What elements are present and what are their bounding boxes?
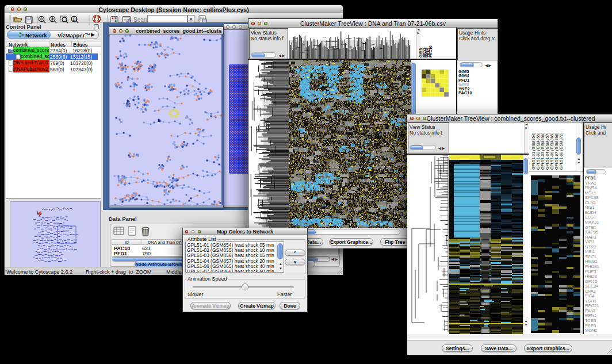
svg-text:GPL51-06 (GSM865): GPL51-06 (GSM865) <box>550 133 554 170</box>
svg-text:GPL51-03 (GSM856): GPL51-03 (GSM856) <box>541 133 545 170</box>
svg-text:PAC10: PAC10 <box>429 45 433 58</box>
svg-text:1:1: 1:1 <box>72 18 77 21</box>
svg-text:GPL51-04 (GSM857): GPL51-04 (GSM857) <box>545 133 550 170</box>
svg-text:GPL51-02 (GSM855): GPL51-02 (GSM855) <box>536 133 541 170</box>
svg-text:GPL51-07 (GSM868): GPL51-07 (GSM868) <box>554 133 559 170</box>
svg-text:GPL51-08 (GSM872): GPL51-08 (GSM872) <box>559 133 564 170</box>
svg-text:GPL51-01 (GSM854): GPL51-01 (GSM854) <box>531 133 536 170</box>
